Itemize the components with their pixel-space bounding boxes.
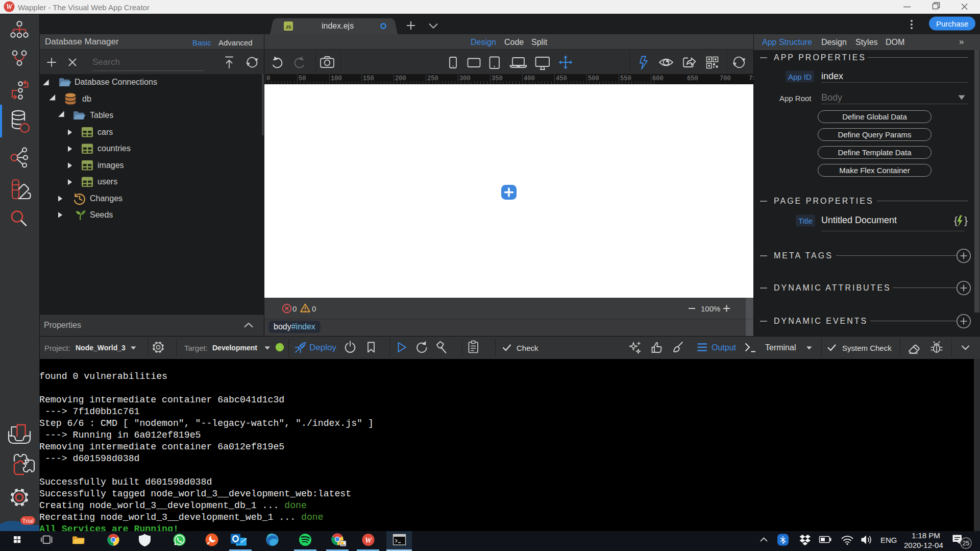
svg-text:JS: JS [285,25,291,30]
svg-text:Trial: Trial [22,518,34,524]
svg-text:25: 25 [963,540,970,547]
svg-text:}: } [964,214,968,226]
svg-text:W: W [6,3,13,11]
svg-text:{: { [954,214,958,226]
svg-text:W: W [365,536,373,544]
